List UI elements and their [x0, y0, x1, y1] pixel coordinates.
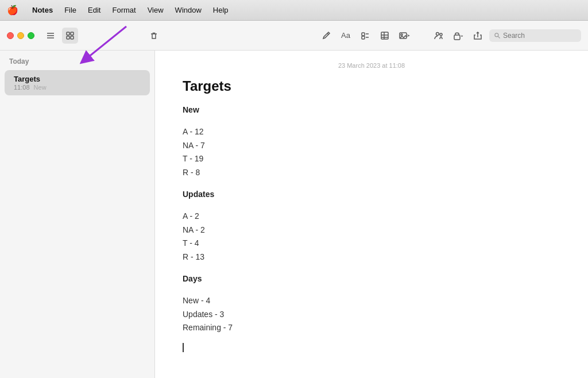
sidebar-section-today: Today — [0, 55, 154, 69]
sidebar: Today Targets 11:08 New — [0, 51, 155, 378]
share-button[interactable] — [470, 28, 486, 44]
menubar-help[interactable]: Help — [208, 5, 233, 16]
note-editor[interactable]: 23 March 2023 at 11:08 Targets New A - 1… — [155, 51, 588, 378]
note-section-new-label: New — [183, 103, 560, 116]
note-section-updates-lines: A - 2 NA - 2 T - 4 R - 13 — [183, 210, 560, 263]
toolbar-right: Aa — [167, 28, 581, 44]
svg-rect-6 — [71, 36, 74, 39]
note-item-targets[interactable]: Targets 11:08 New — [5, 70, 150, 95]
note-section-days: Days — [183, 272, 560, 285]
note-section-new: New — [183, 103, 560, 116]
svg-point-22 — [495, 33, 498, 36]
new-note-button[interactable] — [318, 28, 334, 44]
svg-rect-20 — [454, 35, 460, 40]
note-line: New - 4 — [183, 294, 560, 307]
menubar-format[interactable]: Format — [107, 5, 140, 16]
note-line: T - 4 — [183, 237, 560, 249]
note-section-days-label: Days — [183, 272, 560, 285]
menubar-items: Notes File Edit Format View Window Help — [28, 5, 233, 16]
delete-button[interactable] — [146, 28, 162, 44]
svg-line-23 — [498, 36, 500, 38]
note-section-updates: Updates — [183, 188, 560, 200]
apple-menu[interactable]: 🍎 — [7, 5, 18, 16]
lock-button[interactable] — [450, 28, 466, 44]
svg-rect-3 — [67, 32, 69, 35]
svg-rect-12 — [381, 32, 388, 39]
table-button[interactable] — [377, 28, 393, 44]
menubar-window[interactable]: Window — [171, 5, 206, 16]
menubar: 🍎 Notes File Edit Format View Window Hel… — [0, 0, 588, 21]
close-button[interactable] — [7, 32, 14, 39]
toolbar-left — [7, 28, 162, 44]
search-input[interactable] — [503, 32, 572, 40]
menubar-notes[interactable]: Notes — [28, 5, 57, 16]
menubar-view[interactable]: View — [143, 5, 168, 16]
note-body: New A - 12 NA - 7 T - 19 R - 8 Updates A… — [183, 103, 560, 352]
menubar-file[interactable]: File — [60, 5, 81, 16]
note-line: T - 19 — [183, 152, 560, 165]
svg-rect-10 — [362, 36, 365, 39]
main-content: Today Targets 11:08 New 23 March 2023 at… — [0, 51, 588, 378]
grid-view-button[interactable] — [62, 28, 78, 44]
note-title: Targets — [183, 78, 560, 94]
menubar-edit[interactable]: Edit — [83, 5, 105, 16]
note-line: Remaining - 7 — [183, 321, 560, 334]
note-item-title: Targets — [14, 75, 141, 83]
note-item-meta: 11:08 New — [14, 84, 141, 91]
media-button[interactable] — [396, 28, 412, 44]
app-container: Aa — [0, 21, 588, 378]
note-line: A - 12 — [183, 125, 560, 138]
maximize-button[interactable] — [28, 32, 34, 39]
text-format-button[interactable]: Aa — [338, 28, 354, 44]
note-section-days-lines: New - 4 Updates - 3 Remaining - 7 — [183, 294, 560, 334]
list-view-button[interactable] — [42, 28, 59, 44]
search-box — [489, 29, 581, 42]
note-date: 23 March 2023 at 11:08 — [183, 62, 560, 69]
svg-rect-5 — [67, 36, 69, 39]
traffic-lights — [7, 32, 34, 39]
toolbar: Aa — [0, 21, 588, 51]
checklist-button[interactable] — [357, 28, 373, 44]
note-line: A - 2 — [183, 210, 560, 222]
minimize-button[interactable] — [17, 32, 24, 39]
note-line: NA - 7 — [183, 139, 560, 152]
note-section-new-lines: A - 12 NA - 7 T - 19 R - 8 — [183, 125, 560, 179]
collaborate-button[interactable] — [431, 28, 447, 44]
note-line: Updates - 3 — [183, 308, 560, 321]
svg-point-19 — [440, 33, 442, 36]
svg-point-17 — [401, 34, 403, 36]
note-line: NA - 2 — [183, 223, 560, 236]
note-line: R - 8 — [183, 166, 560, 179]
svg-rect-4 — [71, 32, 74, 35]
note-section-updates-label: Updates — [183, 188, 560, 200]
note-line: R - 13 — [183, 250, 560, 263]
svg-point-18 — [436, 32, 439, 35]
text-cursor — [183, 343, 184, 352]
cursor-line — [183, 343, 560, 352]
svg-line-7 — [327, 33, 328, 34]
svg-rect-8 — [362, 33, 365, 36]
